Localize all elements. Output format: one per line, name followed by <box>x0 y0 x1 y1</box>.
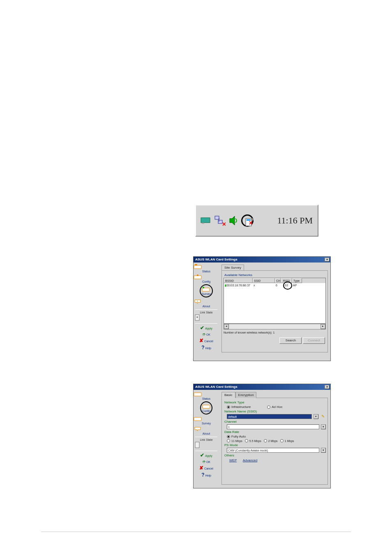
channel-select[interactable]: 1 <box>227 424 319 429</box>
col-ch[interactable]: CH <box>275 278 281 283</box>
scroll-left-icon[interactable]: ◂ <box>224 324 229 329</box>
radio-icon <box>267 405 270 409</box>
svg-rect-9 <box>194 265 201 269</box>
available-networks-label: Available Networks <box>224 273 326 277</box>
tray-clock: 11:16 PM <box>277 215 314 226</box>
chevron-down-icon[interactable]: ▾ <box>321 424 326 429</box>
networks-listbox[interactable]: BSSID SSID CH RSSI Type ▮00:E0:18:78:B6:… <box>224 278 326 324</box>
dialog-title: ASUS WLAN Card Settings <box>195 384 238 390</box>
group-network-type: Network Type <box>224 401 326 404</box>
svg-rect-23 <box>195 442 199 448</box>
svg-text:i: i <box>197 300 198 302</box>
question-icon: ? <box>201 472 204 478</box>
nav-survey-label: Survey <box>202 422 211 425</box>
nav-help[interactable]: ?Help <box>194 344 219 351</box>
nav-survey[interactable]: Survey <box>194 415 219 426</box>
apply-label: Apply <box>205 327 212 330</box>
radio-infrastructure[interactable]: Infrastructure <box>227 405 251 409</box>
linkstate-label: Link State <box>200 438 212 441</box>
group-ssid: Network Name (SSID) <box>224 410 326 413</box>
radio-fully-auto[interactable]: Fully Auto <box>227 435 246 438</box>
group-others: Others <box>224 454 326 457</box>
question-icon: ? <box>201 345 204 350</box>
nav-status[interactable]: Status <box>194 391 219 401</box>
nav-config-label: Config <box>202 280 210 283</box>
nav-apply[interactable]: ✔Apply <box>194 325 219 332</box>
svg-rect-21 <box>194 417 201 421</box>
nav-apply[interactable]: ✔Apply <box>194 452 219 459</box>
link-wep[interactable]: WEP <box>229 458 237 462</box>
nav-survey[interactable]: Survey <box>194 284 219 298</box>
radio-2mbps[interactable]: 2 Mbps <box>264 439 278 442</box>
titlebar[interactable]: ASUS WLAN Card Settings × <box>194 384 330 390</box>
radio-icon <box>245 439 248 442</box>
chevron-down-icon[interactable]: ▾ <box>321 448 326 453</box>
connect-button[interactable]: Connect <box>303 337 325 344</box>
nav-about[interactable]: i About <box>194 298 219 309</box>
svg-point-14 <box>203 287 204 288</box>
search-button[interactable]: Search <box>279 337 302 344</box>
wlan-settings-config-dialog: ASUS WLAN Card Settings × Status Config … <box>193 384 331 488</box>
chevron-down-icon[interactable]: ▾ <box>314 414 318 419</box>
col-rssi[interactable]: RSSI <box>281 278 292 283</box>
network-row[interactable]: ▮00:E0:18:78:B6:37 x 6 63 AP <box>224 283 325 288</box>
svg-point-12 <box>197 274 198 276</box>
radio-icon <box>227 435 230 438</box>
col-bssid[interactable]: BSSID <box>224 278 253 283</box>
nav-cancel[interactable]: ✘Cancel <box>194 337 219 344</box>
ok-label: OK <box>206 333 210 336</box>
radio-icon <box>227 439 230 442</box>
horizontal-scrollbar[interactable]: ◂ ▸ <box>224 324 326 329</box>
network-disconnected-icon[interactable] <box>213 214 226 227</box>
titlebar[interactable]: ASUS WLAN Card Settings × <box>194 257 330 263</box>
r1-label: 1 Mbps <box>285 440 294 442</box>
link-advanced[interactable]: Advanced <box>243 458 258 462</box>
nav-config[interactable]: Config <box>194 274 219 284</box>
nav-help[interactable]: ?Help <box>194 472 219 479</box>
infra-label: Infrastructure <box>231 405 251 409</box>
group-datarate: Data Rate <box>224 430 326 434</box>
svg-rect-1 <box>202 223 204 224</box>
nav-ok[interactable]: ➮ OK <box>194 459 219 465</box>
nav-survey-label: Survey <box>202 292 211 295</box>
radio-11mbps[interactable]: 11 Mbps <box>227 439 242 442</box>
radio-icon <box>227 405 230 409</box>
ssid-input[interactable]: default <box>227 414 312 419</box>
group-psmode: PS Mode <box>224 443 326 447</box>
close-icon[interactable]: × <box>325 258 330 262</box>
radio-1mbps[interactable]: 1 Mbps <box>280 439 294 442</box>
volume-icon[interactable] <box>227 214 240 227</box>
svg-marker-5 <box>230 216 235 225</box>
nav-status[interactable]: Status <box>194 263 219 274</box>
nav-linkstate: Link State <box>194 438 219 450</box>
tab-basic[interactable]: Basic <box>221 392 235 398</box>
col-ssid[interactable]: SSID <box>253 278 275 283</box>
linkstate-label: Link State <box>200 311 212 314</box>
list-header: BSSID SSID CH RSSI Type <box>224 278 325 283</box>
x-icon: ✘ <box>199 465 203 471</box>
nav-cancel[interactable]: ✘Cancel <box>194 465 219 472</box>
page-separator <box>41 532 351 532</box>
nav-about[interactable]: About <box>194 426 219 436</box>
fullyauto-label: Fully Auto <box>231 435 246 438</box>
wlan-utility-icon[interactable] <box>241 214 254 227</box>
radio-55mbps[interactable]: 5.5 Mbps <box>245 439 261 442</box>
nav-config[interactable]: Config <box>194 401 219 415</box>
svg-point-8 <box>251 218 254 221</box>
nav-status-label: Status <box>202 397 210 400</box>
scroll-right-icon[interactable]: ▸ <box>321 324 325 329</box>
nav-status-label: Status <box>202 270 210 273</box>
col-type[interactable]: Type <box>292 278 302 283</box>
ok-label: OK <box>206 461 210 463</box>
nav-config-label: Config <box>202 410 210 412</box>
wizard-icon[interactable]: ✎ <box>320 414 326 419</box>
tab-encryption[interactable]: Encryption <box>235 392 257 398</box>
nav-ok[interactable]: ➮ OK <box>194 332 219 337</box>
psmode-select[interactable]: CAM (Constantly Awake mode) <box>227 448 319 453</box>
tab-site-survey[interactable]: Site Survey <box>221 265 244 271</box>
radio-adhoc[interactable]: Ad Hoc <box>267 405 282 409</box>
pci-card-icon[interactable] <box>199 214 212 227</box>
close-icon[interactable]: × <box>325 385 330 389</box>
svg-rect-11 <box>194 276 201 279</box>
nav-about-label: About <box>203 305 210 308</box>
